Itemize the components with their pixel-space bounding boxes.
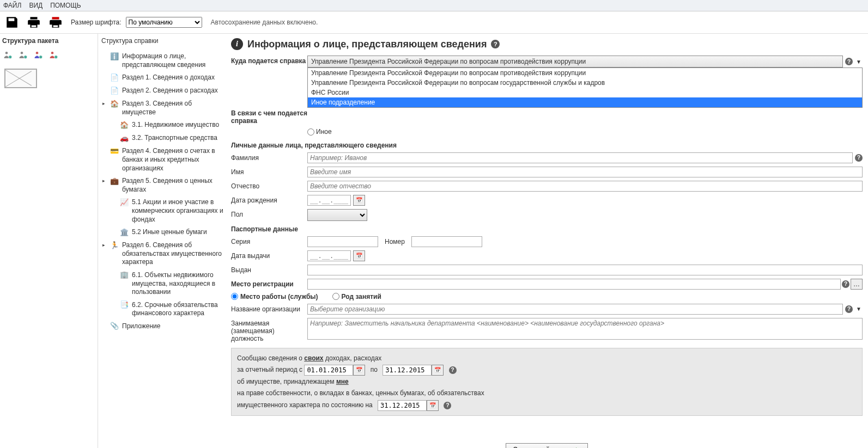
gender-label: Пол xyxy=(231,209,307,218)
buildings-icon: 🏢 xyxy=(120,271,129,280)
card-icon: 💳 xyxy=(110,147,119,156)
tree-item[interactable]: 📑6.2. Срочные обязательства финансового … xyxy=(99,299,228,320)
svg-point-5 xyxy=(39,56,43,59)
where-dropdown-list: Управление Президента Российской Федерац… xyxy=(307,67,863,108)
calendar-icon[interactable]: 📅 xyxy=(353,250,365,261)
workplace-radio[interactable]: Место работы (службы) xyxy=(231,293,318,300)
tree-panel: Структура справки ℹ️Информация о лице, п… xyxy=(98,34,229,448)
menu-file[interactable]: ФАЙЛ xyxy=(3,2,21,9)
pkg-person2-icon[interactable] xyxy=(17,49,29,61)
orgname-help-icon[interactable]: ? xyxy=(845,305,853,313)
tree-item[interactable]: 🚗3.2. Транспортные средства xyxy=(99,132,228,145)
svg-point-0 xyxy=(5,52,8,54)
period-help-icon[interactable]: ? xyxy=(449,366,457,374)
chevron-down-icon[interactable]: ▼ xyxy=(855,306,863,312)
where-option[interactable]: Иное подразделение xyxy=(308,97,862,107)
save-icon[interactable] xyxy=(3,14,21,31)
house-icon: 🏠 xyxy=(110,100,119,108)
next-section-button[interactable]: Следующий раздел▶ xyxy=(506,443,587,448)
package-title: Структура пакета xyxy=(2,36,95,48)
svg-point-2 xyxy=(21,52,23,54)
registration-input[interactable] xyxy=(307,279,841,290)
tree-title: Структура справки xyxy=(99,36,228,50)
tree-item[interactable]: 📎Приложение xyxy=(99,320,228,333)
surname-input[interactable] xyxy=(307,152,853,163)
series-input[interactable] xyxy=(307,236,378,247)
tree-item[interactable]: ▸🏠Раздел 3. Сведения об имуществе xyxy=(99,97,228,119)
where-option[interactable]: Управление Президента Российской Федерац… xyxy=(308,68,862,78)
tree-item-label: 5.1 Акции и иное участие в коммерческих … xyxy=(132,198,226,224)
series-label: Серия xyxy=(231,236,307,246)
form-panel: i Информация о лице, представляющем свед… xyxy=(229,34,868,448)
registration-label: Место регистрации xyxy=(231,279,307,288)
other-radio[interactable]: Иное xyxy=(307,128,332,136)
menubar: ФАЙЛ ВИД ПОМОЩЬ xyxy=(0,0,868,11)
tree-item[interactable]: ▸💼Раздел 5. Сведения о ценных бумагах xyxy=(99,175,228,196)
summary-box: Сообщаю сведения о своих доходах, расход… xyxy=(231,348,863,416)
tree-item[interactable]: 💳Раздел 4. Сведения о счетах в банках и … xyxy=(99,145,228,175)
pkg-person1-icon[interactable] xyxy=(2,49,14,61)
asof-help-icon[interactable]: ? xyxy=(444,402,451,409)
position-input[interactable] xyxy=(307,318,863,340)
issuedby-input[interactable] xyxy=(307,265,863,275)
tree-item[interactable]: ℹ️Информация о лице, представляющем свед… xyxy=(99,50,228,71)
pkg-person3-icon[interactable] xyxy=(33,49,45,61)
tree-item[interactable]: ▸🏃Раздел 6. Сведения об обязательствах и… xyxy=(99,239,228,269)
tree-item[interactable]: 🏢6.1. Объекты недвижимого имущества, нах… xyxy=(99,269,228,299)
reason-label: В связи с чем подается справка xyxy=(231,108,307,125)
name-input[interactable] xyxy=(307,167,863,177)
calendar-icon[interactable]: 📅 xyxy=(427,400,439,411)
asof-date-input[interactable] xyxy=(378,400,427,411)
where-help-icon[interactable]: ? xyxy=(845,58,853,65)
pkg-person4-icon[interactable] xyxy=(48,49,60,61)
registration-browse-button[interactable]: … xyxy=(851,279,863,290)
tree-item-label: Раздел 6. Сведения об обязательствах иму… xyxy=(122,241,226,267)
print-red-icon[interactable] xyxy=(47,14,64,31)
doc-minus-icon: 📄 xyxy=(110,87,119,95)
where-dropdown[interactable]: Управление Президента Российской Федерац… xyxy=(307,56,843,67)
tree-item-label: Раздел 1. Сведения о доходах xyxy=(122,73,215,82)
occupation-radio[interactable]: Род занятий xyxy=(332,293,381,300)
tree-item-label: Раздел 4. Сведения о счетах в банках и и… xyxy=(122,147,226,173)
tree-item[interactable]: 📄Раздел 2. Сведения о расходах xyxy=(99,84,228,97)
period-to-input[interactable] xyxy=(383,365,432,376)
car-icon: 🚗 xyxy=(120,134,129,143)
tree-item[interactable]: 🏛️5.2 Иные ценные бумаги xyxy=(99,226,228,239)
where-option[interactable]: Управление Президента Российской Федерац… xyxy=(308,78,862,88)
birthdate-input[interactable] xyxy=(307,195,351,206)
passport-heading: Паспортные данные xyxy=(231,225,863,233)
personal-heading: Личные данные лица, представляющего свед… xyxy=(231,142,863,149)
registration-help-icon[interactable]: ? xyxy=(842,280,849,288)
chart-icon: 📈 xyxy=(120,198,129,207)
tree-item-label: Приложение xyxy=(122,322,160,331)
print-icon[interactable] xyxy=(25,14,43,31)
tree-item[interactable]: 📈5.1 Акции и иное участие в коммерческих… xyxy=(99,196,228,226)
period-from-input[interactable] xyxy=(304,365,353,376)
calendar-icon[interactable]: 📅 xyxy=(353,195,365,206)
svg-point-6 xyxy=(51,52,54,54)
tree-item-label: Раздел 3. Сведения об имуществе xyxy=(122,100,226,116)
surname-help-icon[interactable]: ? xyxy=(855,154,863,162)
menu-view[interactable]: ВИД xyxy=(29,2,43,9)
help-icon[interactable]: ? xyxy=(491,40,500,48)
calendar-icon[interactable]: 📅 xyxy=(353,365,365,376)
tree-item[interactable]: 🏠3.1. Недвижимое имущество xyxy=(99,119,228,132)
fontsize-label: Размер шрифта: xyxy=(71,19,122,26)
tree-item-label: Раздел 5. Сведения о ценных бумагах xyxy=(122,177,226,194)
package-thumbnail[interactable] xyxy=(4,69,37,88)
gender-select[interactable] xyxy=(307,209,367,221)
calendar-icon[interactable]: 📅 xyxy=(432,365,444,376)
chevron-down-icon[interactable]: ▼ xyxy=(855,59,863,65)
number-input[interactable] xyxy=(411,236,482,247)
fontsize-select[interactable]: По умолчанию xyxy=(126,17,202,28)
tree-item-label: Информация о лице, представляющем сведен… xyxy=(122,52,226,69)
position-label: Занимаемая (замещаемая) должность xyxy=(231,318,307,342)
menu-help[interactable]: ПОМОЩЬ xyxy=(50,2,81,9)
orgname-input[interactable] xyxy=(307,304,843,315)
where-option[interactable]: ФНС России xyxy=(308,88,862,97)
issuedate-input[interactable] xyxy=(307,250,351,261)
patronymic-input[interactable] xyxy=(307,181,863,192)
name-label: Имя xyxy=(231,167,307,176)
tree-item[interactable]: 📄Раздел 1. Сведения о доходах xyxy=(99,71,228,84)
bank-icon: 🏛️ xyxy=(120,228,129,237)
